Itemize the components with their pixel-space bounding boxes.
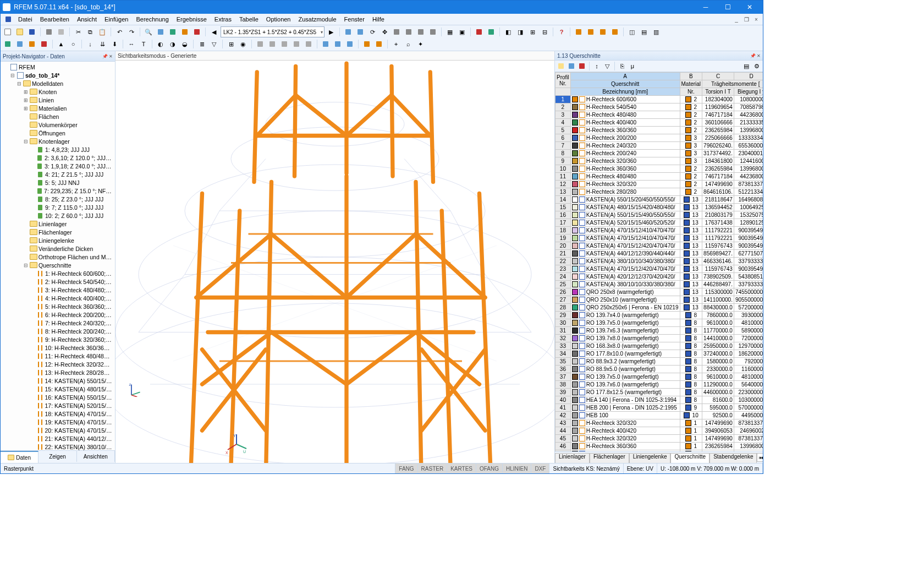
mdi-minimize[interactable]: _ <box>732 17 741 23</box>
lc-next-icon[interactable]: ▶ <box>326 26 337 37</box>
menu-fenster[interactable]: Fenster <box>341 15 368 24</box>
tbl-new-icon[interactable] <box>556 61 566 71</box>
copy-icon[interactable]: ⧉ <box>85 26 96 37</box>
menu-bearbeiten[interactable]: Bearbeiten <box>37 15 73 24</box>
misc2-icon[interactable]: ◨ <box>515 26 526 37</box>
table-row[interactable]: 38RO 139.7x6.0 (warmgefertigt) 811290000… <box>556 381 763 389</box>
misc3-icon[interactable]: ⊞ <box>527 26 538 37</box>
tbl-edit-icon[interactable] <box>566 61 576 71</box>
redo-icon[interactable]: ↷ <box>126 26 137 37</box>
tb2-d-icon[interactable] <box>291 39 302 50</box>
tbl-del-icon[interactable] <box>577 61 587 71</box>
menu-einfuegen[interactable]: Einfügen <box>101 15 131 24</box>
table-row[interactable]: 24KASTEN(A) 420/12/12/370/420/420/ 13738… <box>556 273 763 281</box>
undo-icon[interactable]: ↶ <box>114 26 125 37</box>
table-grid-wrap[interactable]: ProfilNr.ABCD▲QuerschnittMaterialTräghei… <box>555 72 763 451</box>
tbl-units-icon[interactable]: μ <box>628 61 637 71</box>
mdi-close[interactable]: × <box>752 17 761 23</box>
tab-liniengelenke[interactable]: Liniengelenke <box>629 453 671 464</box>
table-row[interactable]: 45H-Rechteck 320/320 1147499690873813376… <box>556 435 763 443</box>
table-row[interactable]: 36RO 88.9x5.0 (warmgefertigt) 82330000.0… <box>556 366 763 373</box>
nav-tab-zeigen[interactable]: Zeigen <box>38 451 76 462</box>
nav-tab-daten[interactable]: Daten <box>1 451 38 463</box>
tb2-f-icon[interactable] <box>320 39 331 50</box>
table-row[interactable]: 19KASTEN(A) 470/15/12/410/470/470/ 13111… <box>556 235 763 242</box>
vis3-icon[interactable]: ◒ <box>179 39 190 50</box>
cross-section-table[interactable]: ProfilNr.ABCD▲QuerschnittMaterialTräghei… <box>555 72 763 451</box>
view-z-icon[interactable] <box>427 26 438 37</box>
table-row[interactable]: 21KASTEN(A) 440/12/12/390/440/440/ 13856… <box>556 250 763 258</box>
tb2-j-icon[interactable] <box>373 39 384 50</box>
tb2-l-icon[interactable]: ⌕ <box>403 39 414 50</box>
load1-icon[interactable]: ↓ <box>85 39 96 50</box>
win2-icon[interactable]: ▤ <box>639 26 650 37</box>
vis1-icon[interactable]: ◐ <box>155 39 166 50</box>
preview-icon[interactable] <box>56 26 67 37</box>
view-y-icon[interactable] <box>415 26 426 37</box>
table-row[interactable]: 26QRO 250x8 (warmgefertigt) 131153000007… <box>556 288 763 296</box>
status-fang[interactable]: FANG <box>395 464 417 473</box>
member-icon[interactable] <box>26 39 37 50</box>
tab-first-icon[interactable]: ⏮ <box>757 453 763 462</box>
tbl-filter-icon[interactable]: ▽ <box>602 61 612 71</box>
tbl-sort-icon[interactable]: ↕ <box>592 61 602 71</box>
select2-icon[interactable]: ▣ <box>457 26 468 37</box>
tb2-g-icon[interactable] <box>332 39 343 50</box>
table-row[interactable]: 42HEB 100 1092500.04495000.0 <box>556 412 763 419</box>
menu-ansicht[interactable]: Ansicht <box>74 15 100 24</box>
table-row[interactable]: 18KASTEN(A) 470/15/12/410/470/470/ 13111… <box>556 227 763 235</box>
table-row[interactable]: 32RO 139.7x8.0 (warmgefertigt) 814410000… <box>556 335 763 342</box>
lc-prev-icon[interactable]: ◀ <box>208 26 219 37</box>
zoom-window-icon[interactable] <box>343 26 354 37</box>
table-row[interactable]: 27QRO 250x10 (warmgefertigt) 13141100000… <box>556 296 763 304</box>
grid2-icon[interactable] <box>585 26 596 37</box>
navigator-tree[interactable]: RFEM⊟sdo_tob_14*⊟Modelldaten⊞Knoten⊞Lini… <box>1 62 115 450</box>
grid-icon[interactable]: ⊞ <box>226 39 237 50</box>
menu-tabelle[interactable]: Tabelle <box>236 15 262 24</box>
text-icon[interactable]: T <box>138 39 149 50</box>
table-row[interactable]: 30RO 139.7x5.0 (warmgefertigt) 89610000.… <box>556 319 763 327</box>
filter-icon[interactable]: ▽ <box>208 39 219 50</box>
nav-icon[interactable] <box>155 26 166 37</box>
table-row[interactable]: 34RO 177.8x10.0 (warmgefertigt) 83724000… <box>556 350 763 358</box>
load3-icon[interactable]: ⬇ <box>109 39 120 50</box>
dim-icon[interactable]: ↔ <box>126 39 137 50</box>
tab-querschnitte[interactable]: Querschnitte <box>670 453 710 464</box>
tab-stabendgelenke[interactable]: Stabendgelenke <box>710 453 757 464</box>
status-ofang[interactable]: OFANG <box>476 464 503 473</box>
tb2-b-icon[interactable] <box>267 39 278 50</box>
open-icon[interactable] <box>14 26 25 37</box>
table-row[interactable]: 44H-Rechteck 400/420 1394906053246960025 <box>556 427 763 435</box>
table-icon[interactable] <box>167 26 178 37</box>
grid4-icon[interactable] <box>609 26 620 37</box>
tab-linienlager[interactable]: Linienlager <box>555 453 590 464</box>
loadcase-combo[interactable]: LK2 - 1.35*ZS1 + 1.5*ZS2 + 0.45*ZS5 <box>221 26 324 37</box>
table-row[interactable]: 12H-Rechteck 320/320 2147499690873813376… <box>556 181 763 188</box>
menu-hilfe[interactable]: Hilfe <box>369 15 388 24</box>
line-icon[interactable] <box>14 39 25 50</box>
table-row[interactable]: 10H-Rechteck 360/360 2236265984139968000 <box>556 165 763 173</box>
table-row[interactable]: 39RO 177.8x12.5 (warmgefertigt) 84460000… <box>556 389 763 396</box>
layer-icon[interactable]: ≣ <box>196 39 207 50</box>
view-iso-icon[interactable] <box>391 26 402 37</box>
table-row[interactable]: 8H-Rechteck 200/240 3317374492.230400016… <box>556 150 763 157</box>
table-row[interactable]: 31RO 139.7x6.3 (warmgefertigt) 811770000… <box>556 327 763 335</box>
hinge-icon[interactable]: ○ <box>68 39 79 50</box>
menu-optionen[interactable]: Optionen <box>263 15 294 24</box>
table-row[interactable]: 17KASTEN(A) 520/15/15/460/520/520/ 13176… <box>556 219 763 227</box>
menu-extras[interactable]: Extras <box>211 15 235 24</box>
tbl-export-icon[interactable]: ⎘ <box>617 61 627 71</box>
results-icon[interactable] <box>486 26 497 37</box>
menu-berechnung[interactable]: Berechnung <box>133 15 172 24</box>
status-hlinien[interactable]: HLINIEN <box>503 464 531 473</box>
help-icon[interactable]: ? <box>556 26 567 37</box>
table-row[interactable]: 40HEA 140 | Ferona - DIN 1025-3:1994 881… <box>556 396 763 404</box>
support-icon[interactable]: ▲ <box>56 39 67 50</box>
misc1-icon[interactable]: ◧ <box>503 26 514 37</box>
table-row[interactable]: 3H-Rechteck 480/480 2746717184442368000 <box>556 111 763 119</box>
table-row[interactable]: 22KASTEN(A) 380/10/10/340/380/380/ 13466… <box>556 258 763 265</box>
load2-icon[interactable]: ⇊ <box>97 39 108 50</box>
new-icon[interactable] <box>2 26 13 37</box>
nav-tab-ansichten[interactable]: Ansichten <box>77 451 115 462</box>
save-icon[interactable] <box>26 26 37 37</box>
